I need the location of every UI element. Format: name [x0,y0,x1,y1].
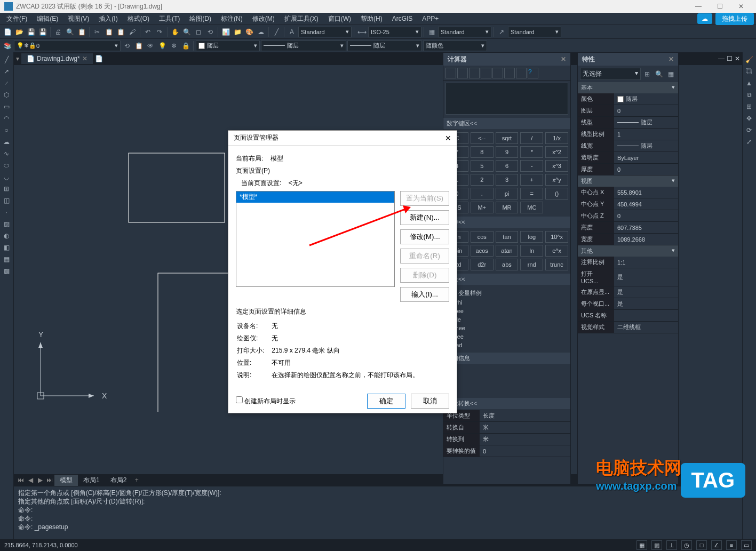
menu-express[interactable]: 扩展工具(X) [280,13,323,25]
copy-tool-icon[interactable]: ⿻ [744,66,754,77]
layerlock-icon[interactable]: 🔒 [180,41,191,51]
delete-button[interactable]: 删除(D) [400,268,449,283]
prop-ucs-value[interactable]: 是 [614,268,678,286]
menu-window[interactable]: 窗口(W) [324,13,355,25]
menu-app[interactable]: APP+ [418,14,443,23]
rename-button[interactable]: 重命名(R) [400,249,449,263]
var-rad[interactable]: xrad [445,341,568,349]
tab-prev-icon[interactable]: ◀ [26,476,35,484]
doc-close-icon[interactable]: ✕ [735,55,740,62]
spline-tool-icon[interactable]: ∿ [1,148,12,159]
props-view-section[interactable]: 视图▾ [578,175,678,187]
list-item-model[interactable]: *模型* [236,191,394,203]
insert-tool-icon[interactable]: ⊞ [1,183,12,194]
line-icon[interactable]: ╱ [271,27,282,37]
calc-btn-log[interactable]: log [520,231,543,243]
tab-nav-dropdown[interactable]: ▾ [16,55,19,62]
polar-toggle[interactable]: ◷ [681,540,692,550]
dialog-close-icon[interactable]: ✕ [445,134,451,142]
calc-btn-trunc[interactable]: trunc [545,259,568,270]
maximize-button[interactable]: ☐ [709,0,730,13]
arc-tool-icon[interactable]: ◠ [1,113,12,124]
osnap-toggle[interactable]: □ [696,540,707,550]
calc-btn-cos[interactable]: cos [471,231,494,243]
calc-btn-ex[interactable]: e^x [545,245,568,257]
lwt-toggle[interactable]: ≡ [726,540,737,550]
calc-dist-icon[interactable] [492,68,503,78]
layerfreeze-icon[interactable]: ❄ [169,41,179,51]
command-line[interactable]: 指定第一个角点或 [倒角(C)/标高(E)/圆角(F)/正方形(S)/厚度(T)… [14,486,742,539]
layermgr-icon[interactable]: 📚 [2,41,13,51]
input-button[interactable]: 输入(I)... [400,287,449,302]
linetype-combo[interactable]: 随层▾ [261,41,346,51]
scale-tool-icon[interactable]: ⤢ [744,137,754,147]
mleaderstyle-combo[interactable]: Standard▾ [508,27,561,37]
calc-unit-header[interactable]: 单位转换<< [443,398,570,409]
ellipsearc-tool-icon[interactable]: ◡ [1,172,12,182]
menu-file[interactable]: 文件(F) [2,13,31,25]
calc-paste-icon[interactable] [469,68,480,78]
gradient-tool-icon[interactable]: ◐ [1,230,12,241]
wipeout-tool-icon[interactable]: ▩ [1,266,12,276]
layer-combo[interactable]: 💡❄🔒 0▾ [14,41,121,51]
calc-btn-abs[interactable]: abs [496,259,519,270]
menu-view[interactable]: 视图(V) [63,13,93,25]
prop-cz-value[interactable]: 0 [614,210,678,221]
calc-btn-div[interactable]: / [520,132,543,144]
prop-origin-value[interactable]: 是 [614,286,678,298]
tab-first-icon[interactable]: ⏮ [16,476,26,484]
layerstate-icon[interactable]: 📋 [133,41,144,51]
rotate-tool-icon[interactable]: ⟳ [744,125,754,135]
props-other-section[interactable]: 其他▾ [578,245,678,257]
new-button[interactable]: 新建(N)... [400,210,449,225]
create-layout-checkbox[interactable]: 创建新布局时显示 [236,396,296,406]
properties-close-icon[interactable]: ✕ [669,55,674,63]
var-mee[interactable]: xmee [445,324,568,332]
set-current-button[interactable]: 置为当前(S) [400,191,449,206]
undo-icon[interactable]: ↶ [142,27,153,37]
unit-val-value[interactable]: 0 [480,445,570,457]
document-tab[interactable]: 📄 Drawing1.dwg* ✕ [21,53,93,64]
layeroff-icon[interactable]: 💡 [157,41,168,51]
menu-arcgis[interactable]: ArcGIS [388,14,417,23]
saveall-icon[interactable]: 💾 [37,27,48,37]
calc-history-icon[interactable] [457,68,468,78]
print-icon[interactable]: 🖨 [53,27,63,37]
pan-icon[interactable]: ✋ [170,27,180,37]
textstyle-icon[interactable]: A [287,27,297,37]
calc-btn-6[interactable]: 6 [496,160,519,172]
menu-help[interactable]: 帮助(H) [356,13,387,25]
calc-btn-3[interactable]: 3 [496,174,519,186]
page-setup-list[interactable]: *模型* [236,191,395,287]
calc-clear-icon[interactable] [445,68,456,78]
snap-toggle[interactable]: ▦ [636,540,647,550]
calc-btn-back[interactable]: <-- [471,132,494,144]
line-tool-icon[interactable]: ╱ [1,54,12,65]
upload-button[interactable]: 拖拽上传 [715,13,754,25]
prop-ucsname-value[interactable] [614,310,678,321]
block-tool-icon[interactable]: ◫ [1,195,12,206]
preview-icon[interactable]: 🔍 [65,27,75,37]
prop-color-value[interactable]: 随层 [614,93,678,105]
calc-btn-sub[interactable]: - [520,160,543,172]
array-tool-icon[interactable]: ⊞ [744,101,754,112]
color-combo[interactable]: 随层▾ [196,41,260,51]
prop-thickness-value[interactable]: 0 [614,164,678,175]
tab-layout2[interactable]: 布局2 [105,475,132,486]
prop-annoscale-value[interactable]: 1:1 [614,257,678,268]
menu-modify[interactable]: 修改(M) [248,13,279,25]
calc-sci-header[interactable]: 科学<< [443,217,570,228]
calc-btn-9[interactable]: 9 [496,146,519,158]
modify-button[interactable]: 修改(M)... [400,229,449,244]
prop-transparency-value[interactable]: ByLayer [614,152,678,163]
calc-btn-pi[interactable]: pi [496,188,519,199]
prop-width-value[interactable]: 1089.2668 [614,234,678,245]
calc-btn-d2r[interactable]: d2r [471,259,494,270]
region-tool-icon[interactable]: ◧ [1,242,12,253]
menu-dimension[interactable]: 标注(N) [217,13,247,25]
tab-layout1[interactable]: 布局1 [78,475,105,486]
grid-toggle[interactable]: ▨ [651,540,662,550]
calc-btn-acos[interactable]: acos [471,245,494,257]
zoomprev-icon[interactable]: ⟲ [205,27,216,37]
calc-btn-10x[interactable]: 10^x [545,231,568,243]
